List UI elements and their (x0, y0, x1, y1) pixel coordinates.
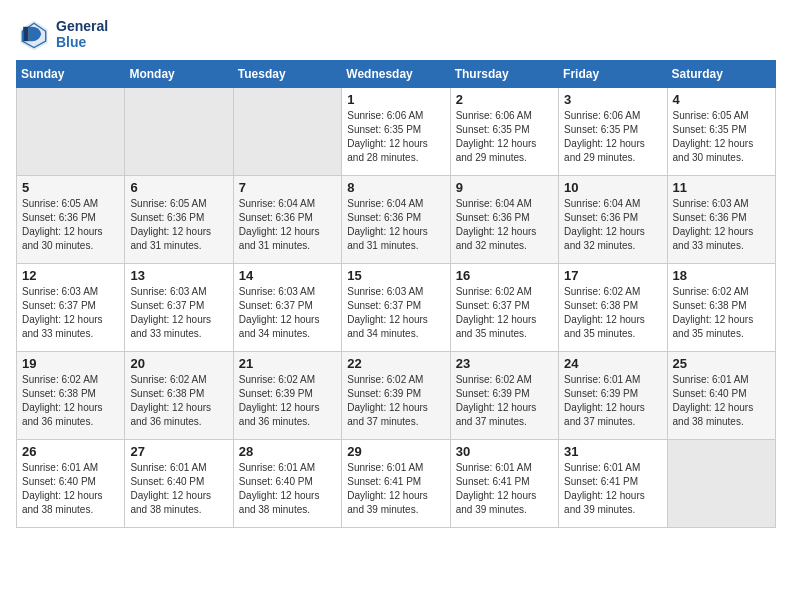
day-info: Sunrise: 6:01 AMSunset: 6:41 PMDaylight:… (347, 461, 444, 517)
day-info: Sunrise: 6:03 AMSunset: 6:37 PMDaylight:… (239, 285, 336, 341)
day-number: 31 (564, 444, 661, 459)
day-info: Sunrise: 6:02 AMSunset: 6:39 PMDaylight:… (239, 373, 336, 429)
day-number: 27 (130, 444, 227, 459)
day-number: 6 (130, 180, 227, 195)
day-info: Sunrise: 6:01 AMSunset: 6:40 PMDaylight:… (239, 461, 336, 517)
page-header: General Blue (16, 16, 776, 52)
day-of-week-header: Friday (559, 61, 667, 88)
day-number: 18 (673, 268, 770, 283)
day-number: 25 (673, 356, 770, 371)
day-info: Sunrise: 6:05 AMSunset: 6:36 PMDaylight:… (22, 197, 119, 253)
calendar-cell (125, 88, 233, 176)
day-info: Sunrise: 6:06 AMSunset: 6:35 PMDaylight:… (564, 109, 661, 165)
day-of-week-header: Monday (125, 61, 233, 88)
day-of-week-header: Wednesday (342, 61, 450, 88)
calendar-cell: 8Sunrise: 6:04 AMSunset: 6:36 PMDaylight… (342, 176, 450, 264)
day-number: 10 (564, 180, 661, 195)
day-info: Sunrise: 6:02 AMSunset: 6:37 PMDaylight:… (456, 285, 553, 341)
days-of-week-row: SundayMondayTuesdayWednesdayThursdayFrid… (17, 61, 776, 88)
day-info: Sunrise: 6:03 AMSunset: 6:36 PMDaylight:… (673, 197, 770, 253)
day-info: Sunrise: 6:04 AMSunset: 6:36 PMDaylight:… (239, 197, 336, 253)
day-number: 3 (564, 92, 661, 107)
calendar-cell (17, 88, 125, 176)
day-number: 19 (22, 356, 119, 371)
day-number: 22 (347, 356, 444, 371)
calendar-week-row: 12Sunrise: 6:03 AMSunset: 6:37 PMDayligh… (17, 264, 776, 352)
day-number: 13 (130, 268, 227, 283)
calendar-cell: 1Sunrise: 6:06 AMSunset: 6:35 PMDaylight… (342, 88, 450, 176)
calendar-cell: 12Sunrise: 6:03 AMSunset: 6:37 PMDayligh… (17, 264, 125, 352)
day-number: 15 (347, 268, 444, 283)
calendar-week-row: 19Sunrise: 6:02 AMSunset: 6:38 PMDayligh… (17, 352, 776, 440)
day-info: Sunrise: 6:01 AMSunset: 6:40 PMDaylight:… (130, 461, 227, 517)
day-info: Sunrise: 6:01 AMSunset: 6:40 PMDaylight:… (673, 373, 770, 429)
calendar-header: SundayMondayTuesdayWednesdayThursdayFrid… (17, 61, 776, 88)
calendar-week-row: 1Sunrise: 6:06 AMSunset: 6:35 PMDaylight… (17, 88, 776, 176)
day-info: Sunrise: 6:03 AMSunset: 6:37 PMDaylight:… (130, 285, 227, 341)
day-of-week-header: Thursday (450, 61, 558, 88)
day-number: 20 (130, 356, 227, 371)
logo-text: General Blue (56, 18, 108, 50)
day-info: Sunrise: 6:01 AMSunset: 6:40 PMDaylight:… (22, 461, 119, 517)
calendar-cell: 5Sunrise: 6:05 AMSunset: 6:36 PMDaylight… (17, 176, 125, 264)
day-number: 7 (239, 180, 336, 195)
day-number: 29 (347, 444, 444, 459)
day-info: Sunrise: 6:04 AMSunset: 6:36 PMDaylight:… (564, 197, 661, 253)
calendar-cell: 3Sunrise: 6:06 AMSunset: 6:35 PMDaylight… (559, 88, 667, 176)
calendar-cell: 31Sunrise: 6:01 AMSunset: 6:41 PMDayligh… (559, 440, 667, 528)
day-of-week-header: Tuesday (233, 61, 341, 88)
day-info: Sunrise: 6:05 AMSunset: 6:35 PMDaylight:… (673, 109, 770, 165)
day-info: Sunrise: 6:02 AMSunset: 6:38 PMDaylight:… (22, 373, 119, 429)
calendar-cell: 30Sunrise: 6:01 AMSunset: 6:41 PMDayligh… (450, 440, 558, 528)
calendar-cell (667, 440, 775, 528)
calendar-cell (233, 88, 341, 176)
calendar-cell: 6Sunrise: 6:05 AMSunset: 6:36 PMDaylight… (125, 176, 233, 264)
calendar-week-row: 5Sunrise: 6:05 AMSunset: 6:36 PMDaylight… (17, 176, 776, 264)
day-info: Sunrise: 6:06 AMSunset: 6:35 PMDaylight:… (456, 109, 553, 165)
day-number: 21 (239, 356, 336, 371)
day-info: Sunrise: 6:01 AMSunset: 6:39 PMDaylight:… (564, 373, 661, 429)
calendar-cell: 7Sunrise: 6:04 AMSunset: 6:36 PMDaylight… (233, 176, 341, 264)
day-of-week-header: Saturday (667, 61, 775, 88)
day-number: 2 (456, 92, 553, 107)
calendar-cell: 17Sunrise: 6:02 AMSunset: 6:38 PMDayligh… (559, 264, 667, 352)
svg-rect-2 (23, 27, 28, 41)
day-number: 9 (456, 180, 553, 195)
day-info: Sunrise: 6:02 AMSunset: 6:38 PMDaylight:… (564, 285, 661, 341)
calendar-cell: 22Sunrise: 6:02 AMSunset: 6:39 PMDayligh… (342, 352, 450, 440)
day-number: 11 (673, 180, 770, 195)
day-number: 17 (564, 268, 661, 283)
day-info: Sunrise: 6:02 AMSunset: 6:39 PMDaylight:… (456, 373, 553, 429)
calendar-cell: 29Sunrise: 6:01 AMSunset: 6:41 PMDayligh… (342, 440, 450, 528)
calendar-cell: 26Sunrise: 6:01 AMSunset: 6:40 PMDayligh… (17, 440, 125, 528)
day-of-week-header: Sunday (17, 61, 125, 88)
day-info: Sunrise: 6:04 AMSunset: 6:36 PMDaylight:… (347, 197, 444, 253)
calendar-cell: 10Sunrise: 6:04 AMSunset: 6:36 PMDayligh… (559, 176, 667, 264)
calendar-cell: 13Sunrise: 6:03 AMSunset: 6:37 PMDayligh… (125, 264, 233, 352)
logo: General Blue (16, 16, 108, 52)
calendar-cell: 19Sunrise: 6:02 AMSunset: 6:38 PMDayligh… (17, 352, 125, 440)
calendar-table: SundayMondayTuesdayWednesdayThursdayFrid… (16, 60, 776, 528)
calendar-cell: 21Sunrise: 6:02 AMSunset: 6:39 PMDayligh… (233, 352, 341, 440)
day-number: 12 (22, 268, 119, 283)
day-info: Sunrise: 6:02 AMSunset: 6:38 PMDaylight:… (130, 373, 227, 429)
calendar-cell: 2Sunrise: 6:06 AMSunset: 6:35 PMDaylight… (450, 88, 558, 176)
day-info: Sunrise: 6:02 AMSunset: 6:39 PMDaylight:… (347, 373, 444, 429)
calendar-cell: 25Sunrise: 6:01 AMSunset: 6:40 PMDayligh… (667, 352, 775, 440)
calendar-body: 1Sunrise: 6:06 AMSunset: 6:35 PMDaylight… (17, 88, 776, 528)
calendar-cell: 4Sunrise: 6:05 AMSunset: 6:35 PMDaylight… (667, 88, 775, 176)
day-number: 23 (456, 356, 553, 371)
calendar-cell: 15Sunrise: 6:03 AMSunset: 6:37 PMDayligh… (342, 264, 450, 352)
day-info: Sunrise: 6:02 AMSunset: 6:38 PMDaylight:… (673, 285, 770, 341)
day-number: 14 (239, 268, 336, 283)
day-number: 30 (456, 444, 553, 459)
day-number: 24 (564, 356, 661, 371)
day-number: 1 (347, 92, 444, 107)
calendar-cell: 28Sunrise: 6:01 AMSunset: 6:40 PMDayligh… (233, 440, 341, 528)
calendar-cell: 20Sunrise: 6:02 AMSunset: 6:38 PMDayligh… (125, 352, 233, 440)
calendar-cell: 27Sunrise: 6:01 AMSunset: 6:40 PMDayligh… (125, 440, 233, 528)
day-info: Sunrise: 6:04 AMSunset: 6:36 PMDaylight:… (456, 197, 553, 253)
calendar-cell: 23Sunrise: 6:02 AMSunset: 6:39 PMDayligh… (450, 352, 558, 440)
day-number: 8 (347, 180, 444, 195)
calendar-cell: 9Sunrise: 6:04 AMSunset: 6:36 PMDaylight… (450, 176, 558, 264)
